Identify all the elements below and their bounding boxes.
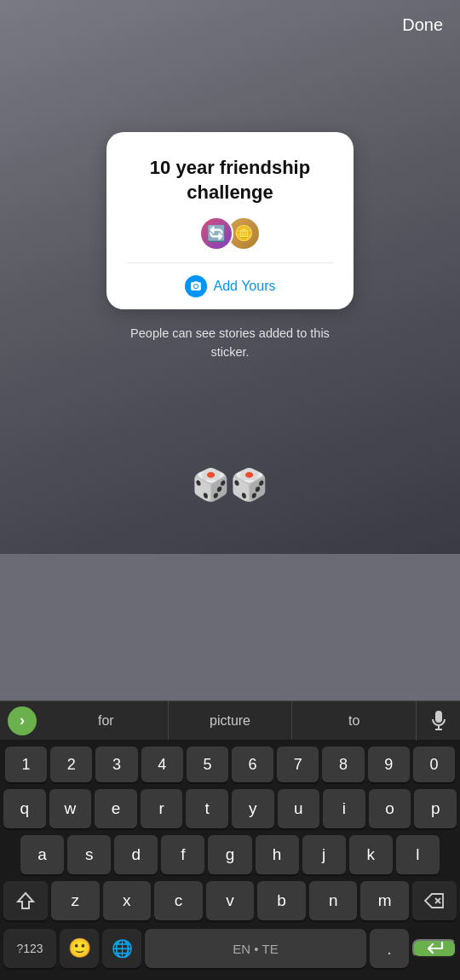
key-j[interactable]: j — [302, 835, 346, 874]
key-h[interactable]: h — [256, 835, 299, 874]
add-yours-button[interactable]: Add Yours — [185, 263, 276, 309]
utility-row: ?123 🙂 🌐 EN • TE . — [0, 925, 460, 980]
key-4[interactable]: 4 — [141, 747, 183, 782]
subtitle-text: People can see stories added to this sti… — [119, 325, 341, 362]
key-t[interactable]: t — [186, 789, 228, 828]
number-row: 1 2 3 4 5 6 7 8 9 0 — [0, 740, 460, 786]
top-area: Done 10 year friendship challenge 🔄 🪙 Ad… — [0, 0, 460, 554]
period-key[interactable]: . — [370, 929, 409, 968]
key-p[interactable]: p — [414, 789, 457, 828]
key-9[interactable]: 9 — [368, 747, 410, 782]
key-c[interactable]: c — [154, 881, 203, 920]
microphone-button[interactable] — [416, 701, 460, 741]
key-b[interactable]: b — [257, 881, 306, 920]
key-y[interactable]: y — [232, 789, 274, 828]
chevron-circle: › — [8, 706, 37, 735]
key-q[interactable]: q — [3, 789, 46, 828]
mic-icon — [431, 711, 446, 731]
numbers-switch-key[interactable]: ?123 — [3, 929, 56, 968]
row-asdf: a s d f g h j k l — [0, 832, 460, 878]
friend-icons: 🔄 🪙 — [199, 216, 261, 251]
key-r[interactable]: r — [141, 789, 183, 828]
key-2[interactable]: 2 — [50, 747, 92, 782]
emoji-key[interactable]: 🙂 — [60, 929, 99, 968]
enter-key[interactable] — [412, 939, 457, 958]
friend-icon-1: 🔄 — [199, 216, 233, 251]
suggestion-for[interactable]: for — [44, 701, 168, 740]
key-6[interactable]: 6 — [232, 747, 273, 782]
camera-icon — [185, 275, 207, 297]
suggestions-row: › for picture to — [0, 700, 460, 740]
key-s[interactable]: s — [67, 835, 111, 874]
enter-icon — [425, 941, 444, 956]
done-button[interactable]: Done — [402, 15, 443, 35]
key-o[interactable]: o — [369, 789, 411, 828]
key-n[interactable]: n — [309, 881, 358, 920]
key-8[interactable]: 8 — [322, 747, 364, 782]
key-i[interactable]: i — [323, 789, 365, 828]
keyboard: › for picture to 1 2 3 4 5 6 7 8 9 0 q w… — [0, 700, 460, 980]
key-u[interactable]: u — [278, 789, 320, 828]
key-3[interactable]: 3 — [95, 747, 137, 782]
key-m[interactable]: m — [360, 881, 409, 920]
shift-key[interactable] — [3, 881, 48, 920]
key-a[interactable]: a — [20, 835, 64, 874]
globe-key[interactable]: 🌐 — [102, 929, 141, 968]
row-qwerty: q w e r t y u i o p — [0, 786, 460, 832]
backspace-icon — [424, 893, 445, 908]
key-d[interactable]: d — [114, 835, 158, 874]
svg-rect-0 — [435, 711, 442, 723]
key-w[interactable]: w — [49, 789, 92, 828]
backspace-key[interactable] — [412, 881, 457, 920]
language-space-key[interactable]: EN • TE — [145, 929, 366, 968]
key-1[interactable]: 1 — [5, 747, 47, 782]
row-zxcv: z x c v b n m — [0, 878, 460, 925]
svg-marker-3 — [18, 893, 33, 908]
camera-svg — [190, 280, 202, 292]
add-yours-label: Add Yours — [214, 279, 276, 294]
dice-area: 🎲🎲 — [192, 467, 268, 503]
key-7[interactable]: 7 — [277, 747, 319, 782]
key-5[interactable]: 5 — [187, 747, 228, 782]
key-0[interactable]: 0 — [413, 747, 455, 782]
key-z[interactable]: z — [51, 881, 100, 920]
suggestion-picture[interactable]: picture — [168, 701, 292, 740]
key-x[interactable]: x — [103, 881, 152, 920]
shift-icon — [16, 891, 35, 910]
key-l[interactable]: l — [396, 835, 440, 874]
chevron-button[interactable]: › — [0, 701, 44, 741]
suggestion-to[interactable]: to — [291, 701, 416, 740]
key-k[interactable]: k — [349, 835, 393, 874]
key-f[interactable]: f — [161, 835, 204, 874]
key-v[interactable]: v — [206, 881, 255, 920]
key-e[interactable]: e — [95, 789, 137, 828]
sticker-title: 10 year friendship challenge — [127, 156, 333, 205]
sticker-card: 10 year friendship challenge 🔄 🪙 Add You… — [106, 132, 354, 309]
key-g[interactable]: g — [208, 835, 251, 874]
